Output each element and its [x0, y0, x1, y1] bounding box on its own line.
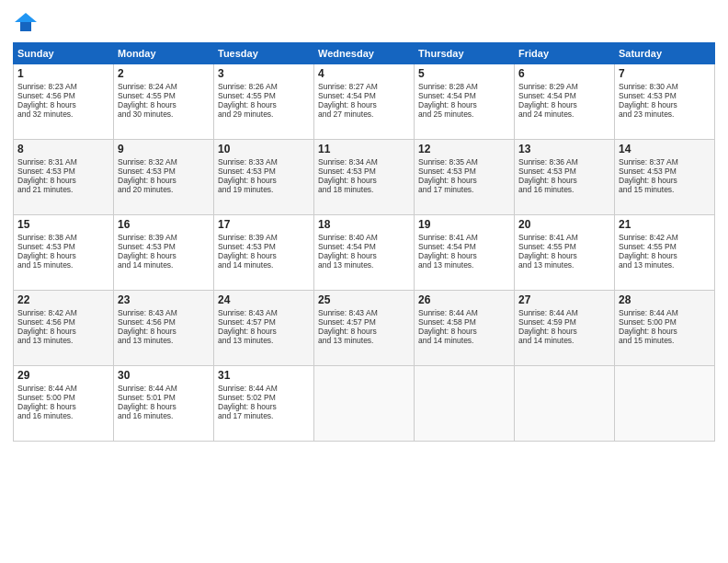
day-info-line: Sunrise: 8:24 AM [118, 82, 210, 91]
day-info-line: and 13 minutes. [118, 336, 210, 345]
day-info-line: Sunset: 4:57 PM [218, 317, 310, 327]
logo [13, 9, 42, 35]
day-info-line: Sunrise: 8:23 AM [17, 82, 109, 91]
day-info-line: Sunrise: 8:44 AM [218, 384, 310, 393]
day-number: 25 [318, 293, 410, 306]
day-cell: 2Sunrise: 8:24 AMSunset: 4:55 PMDaylight… [114, 64, 214, 140]
day-info-line: and 16 minutes. [17, 411, 109, 420]
day-info-line: and 14 minutes. [218, 260, 310, 270]
day-cell: 26Sunrise: 8:44 AMSunset: 4:58 PMDayligh… [415, 291, 515, 366]
day-info-line: Daylight: 8 hours [518, 100, 610, 109]
day-info-line: Sunset: 4:53 PM [118, 242, 210, 251]
day-info-line: Sunset: 5:00 PM [619, 317, 711, 327]
day-info-line: Daylight: 8 hours [518, 176, 610, 185]
day-number: 16 [118, 218, 210, 231]
day-info-line: and 17 minutes. [418, 185, 510, 194]
day-info-line: Sunset: 5:01 PM [118, 393, 210, 402]
day-info-line: and 14 minutes. [518, 336, 610, 345]
day-info-line: Sunset: 4:54 PM [318, 91, 410, 100]
day-info-line: and 18 minutes. [318, 185, 410, 194]
day-cell: 7Sunrise: 8:30 AMSunset: 4:53 PMDaylight… [615, 64, 715, 140]
day-number: 24 [218, 293, 310, 306]
week-row-3: 15Sunrise: 8:38 AMSunset: 4:53 PMDayligh… [14, 215, 715, 291]
day-info-line: Sunrise: 8:30 AM [619, 82, 711, 91]
day-info-line: Daylight: 8 hours [418, 176, 510, 185]
day-info-line: Daylight: 8 hours [518, 251, 610, 260]
day-info-line: Sunrise: 8:39 AM [118, 233, 210, 242]
day-number: 7 [619, 67, 711, 80]
day-info-line: and 30 minutes. [118, 109, 210, 119]
day-info-line: and 15 minutes. [619, 185, 711, 194]
day-info-line: Daylight: 8 hours [118, 251, 210, 260]
day-info-line: Sunset: 4:53 PM [17, 242, 109, 251]
day-info-line: Sunset: 4:54 PM [418, 91, 510, 100]
day-info-line: and 29 minutes. [218, 109, 310, 119]
day-cell: 8Sunrise: 8:31 AMSunset: 4:53 PMDaylight… [14, 140, 114, 215]
day-number: 14 [619, 143, 711, 155]
day-cell: 30Sunrise: 8:44 AMSunset: 5:01 PMDayligh… [114, 366, 214, 442]
day-info-line: and 13 minutes. [518, 260, 610, 270]
day-cell: 31Sunrise: 8:44 AMSunset: 5:02 PMDayligh… [214, 366, 314, 442]
day-info-line: and 23 minutes. [619, 109, 711, 119]
day-info-line: Sunset: 4:58 PM [418, 317, 510, 327]
day-number: 26 [418, 293, 510, 306]
week-row-4: 22Sunrise: 8:42 AMSunset: 4:56 PMDayligh… [14, 291, 715, 366]
day-info-line: and 21 minutes. [17, 185, 109, 194]
col-header-tuesday: Tuesday [214, 43, 314, 64]
day-number: 13 [518, 143, 610, 155]
day-info-line: Sunset: 4:57 PM [318, 317, 410, 327]
day-info-line: Daylight: 8 hours [418, 100, 510, 109]
day-info-line: Daylight: 8 hours [17, 402, 109, 411]
day-info-line: Sunset: 4:56 PM [118, 317, 210, 327]
day-cell: 17Sunrise: 8:39 AMSunset: 4:53 PMDayligh… [214, 215, 314, 291]
day-info-line: Sunrise: 8:43 AM [318, 308, 410, 317]
day-info-line: Sunrise: 8:28 AM [418, 82, 510, 91]
day-info-line: Sunrise: 8:41 AM [518, 233, 610, 242]
day-info-line: Daylight: 8 hours [218, 100, 310, 109]
col-header-thursday: Thursday [415, 43, 515, 64]
day-info-line: Daylight: 8 hours [218, 327, 310, 336]
day-info-line: Sunset: 4:53 PM [17, 167, 109, 176]
day-number: 9 [118, 143, 210, 155]
day-number: 6 [518, 67, 610, 80]
day-cell [314, 366, 415, 442]
day-info-line: Sunset: 4:55 PM [619, 242, 711, 251]
day-number: 27 [518, 293, 610, 306]
calendar-table: SundayMondayTuesdayWednesdayThursdayFrid… [13, 42, 715, 442]
day-number: 30 [118, 369, 210, 382]
day-cell: 21Sunrise: 8:42 AMSunset: 4:55 PMDayligh… [615, 215, 715, 291]
col-header-wednesday: Wednesday [314, 43, 415, 64]
day-cell [415, 366, 515, 442]
day-info-line: Sunset: 4:53 PM [619, 167, 711, 176]
day-cell: 18Sunrise: 8:40 AMSunset: 4:54 PMDayligh… [314, 215, 415, 291]
day-cell [515, 366, 615, 442]
day-info-line: Daylight: 8 hours [17, 100, 109, 109]
day-number: 1 [17, 67, 109, 80]
day-info-line: Sunset: 4:53 PM [518, 167, 610, 176]
day-info-line: and 13 minutes. [619, 260, 711, 270]
header [13, 9, 715, 35]
day-info-line: Daylight: 8 hours [619, 327, 711, 336]
day-info-line: and 14 minutes. [118, 260, 210, 270]
day-number: 21 [619, 218, 711, 231]
day-info-line: Daylight: 8 hours [17, 176, 109, 185]
week-row-1: 1Sunrise: 8:23 AMSunset: 4:56 PMDaylight… [14, 64, 715, 140]
day-info-line: Sunrise: 8:41 AM [418, 233, 510, 242]
day-info-line: Sunrise: 8:44 AM [17, 384, 109, 393]
day-cell: 14Sunrise: 8:37 AMSunset: 4:53 PMDayligh… [615, 140, 715, 215]
day-info-line: Daylight: 8 hours [118, 100, 210, 109]
svg-rect-2 [20, 22, 31, 31]
day-cell: 10Sunrise: 8:33 AMSunset: 4:53 PMDayligh… [214, 140, 314, 215]
day-info-line: and 32 minutes. [17, 109, 109, 119]
day-number: 2 [118, 67, 210, 80]
day-info-line: and 13 minutes. [318, 336, 410, 345]
day-info-line: and 24 minutes. [518, 109, 610, 119]
day-info-line: Daylight: 8 hours [318, 176, 410, 185]
day-info-line: Sunrise: 8:44 AM [518, 308, 610, 317]
day-info-line: Daylight: 8 hours [619, 100, 711, 109]
day-info-line: Sunset: 4:54 PM [318, 242, 410, 251]
day-cell: 27Sunrise: 8:44 AMSunset: 4:59 PMDayligh… [515, 291, 615, 366]
day-info-line: Sunset: 4:53 PM [218, 242, 310, 251]
day-info-line: Sunset: 4:55 PM [218, 91, 310, 100]
day-info-line: Daylight: 8 hours [418, 327, 510, 336]
